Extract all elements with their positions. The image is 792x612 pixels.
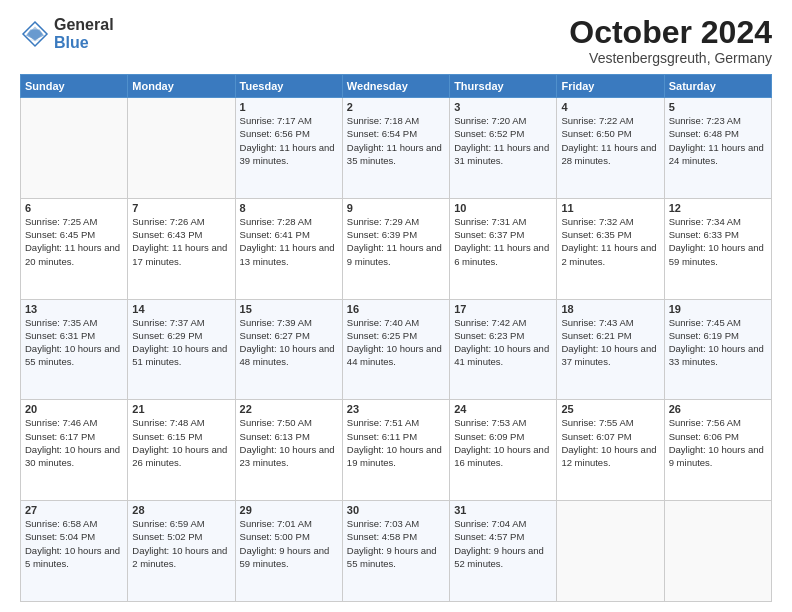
- week-row-4: 20Sunrise: 7:46 AMSunset: 6:17 PMDayligh…: [21, 400, 772, 501]
- calendar-cell: 1Sunrise: 7:17 AMSunset: 6:56 PMDaylight…: [235, 98, 342, 199]
- calendar-cell: 3Sunrise: 7:20 AMSunset: 6:52 PMDaylight…: [450, 98, 557, 199]
- calendar-cell: 26Sunrise: 7:56 AMSunset: 6:06 PMDayligh…: [664, 400, 771, 501]
- day-info: Sunrise: 7:46 AMSunset: 6:17 PMDaylight:…: [25, 416, 123, 469]
- day-number: 2: [347, 101, 445, 113]
- location: Vestenbergsgreuth, Germany: [569, 50, 772, 66]
- day-number: 15: [240, 303, 338, 315]
- day-number: 25: [561, 403, 659, 415]
- day-info: Sunrise: 7:31 AMSunset: 6:37 PMDaylight:…: [454, 215, 552, 268]
- calendar-cell: [128, 98, 235, 199]
- day-number: 30: [347, 504, 445, 516]
- calendar-cell: 19Sunrise: 7:45 AMSunset: 6:19 PMDayligh…: [664, 299, 771, 400]
- logo: General Blue: [20, 16, 114, 51]
- day-info: Sunrise: 7:22 AMSunset: 6:50 PMDaylight:…: [561, 114, 659, 167]
- day-number: 27: [25, 504, 123, 516]
- day-info: Sunrise: 7:01 AMSunset: 5:00 PMDaylight:…: [240, 517, 338, 570]
- week-row-1: 1Sunrise: 7:17 AMSunset: 6:56 PMDaylight…: [21, 98, 772, 199]
- day-header-thursday: Thursday: [450, 75, 557, 98]
- calendar-header-row: SundayMondayTuesdayWednesdayThursdayFrid…: [21, 75, 772, 98]
- day-number: 24: [454, 403, 552, 415]
- day-info: Sunrise: 7:20 AMSunset: 6:52 PMDaylight:…: [454, 114, 552, 167]
- title-section: October 2024 Vestenbergsgreuth, Germany: [569, 16, 772, 66]
- day-info: Sunrise: 7:28 AMSunset: 6:41 PMDaylight:…: [240, 215, 338, 268]
- day-number: 28: [132, 504, 230, 516]
- logo-general-text: General: [54, 16, 114, 34]
- day-header-wednesday: Wednesday: [342, 75, 449, 98]
- day-info: Sunrise: 7:42 AMSunset: 6:23 PMDaylight:…: [454, 316, 552, 369]
- day-info: Sunrise: 7:39 AMSunset: 6:27 PMDaylight:…: [240, 316, 338, 369]
- day-info: Sunrise: 7:26 AMSunset: 6:43 PMDaylight:…: [132, 215, 230, 268]
- day-number: 4: [561, 101, 659, 113]
- day-number: 29: [240, 504, 338, 516]
- day-number: 12: [669, 202, 767, 214]
- calendar-cell: 12Sunrise: 7:34 AMSunset: 6:33 PMDayligh…: [664, 198, 771, 299]
- day-header-tuesday: Tuesday: [235, 75, 342, 98]
- calendar-cell: 31Sunrise: 7:04 AMSunset: 4:57 PMDayligh…: [450, 501, 557, 602]
- calendar-cell: [21, 98, 128, 199]
- day-info: Sunrise: 7:40 AMSunset: 6:25 PMDaylight:…: [347, 316, 445, 369]
- calendar-cell: 2Sunrise: 7:18 AMSunset: 6:54 PMDaylight…: [342, 98, 449, 199]
- day-info: Sunrise: 7:17 AMSunset: 6:56 PMDaylight:…: [240, 114, 338, 167]
- day-number: 8: [240, 202, 338, 214]
- calendar-table: SundayMondayTuesdayWednesdayThursdayFrid…: [20, 74, 772, 602]
- day-number: 10: [454, 202, 552, 214]
- calendar-cell: 6Sunrise: 7:25 AMSunset: 6:45 PMDaylight…: [21, 198, 128, 299]
- day-info: Sunrise: 7:04 AMSunset: 4:57 PMDaylight:…: [454, 517, 552, 570]
- day-info: Sunrise: 7:53 AMSunset: 6:09 PMDaylight:…: [454, 416, 552, 469]
- day-number: 6: [25, 202, 123, 214]
- day-info: Sunrise: 7:48 AMSunset: 6:15 PMDaylight:…: [132, 416, 230, 469]
- day-number: 18: [561, 303, 659, 315]
- week-row-2: 6Sunrise: 7:25 AMSunset: 6:45 PMDaylight…: [21, 198, 772, 299]
- day-info: Sunrise: 7:35 AMSunset: 6:31 PMDaylight:…: [25, 316, 123, 369]
- day-number: 3: [454, 101, 552, 113]
- calendar-cell: 18Sunrise: 7:43 AMSunset: 6:21 PMDayligh…: [557, 299, 664, 400]
- calendar-cell: 27Sunrise: 6:58 AMSunset: 5:04 PMDayligh…: [21, 501, 128, 602]
- calendar-cell: 29Sunrise: 7:01 AMSunset: 5:00 PMDayligh…: [235, 501, 342, 602]
- day-info: Sunrise: 7:43 AMSunset: 6:21 PMDaylight:…: [561, 316, 659, 369]
- calendar-cell: 5Sunrise: 7:23 AMSunset: 6:48 PMDaylight…: [664, 98, 771, 199]
- day-number: 20: [25, 403, 123, 415]
- day-info: Sunrise: 7:23 AMSunset: 6:48 PMDaylight:…: [669, 114, 767, 167]
- week-row-3: 13Sunrise: 7:35 AMSunset: 6:31 PMDayligh…: [21, 299, 772, 400]
- calendar-cell: 9Sunrise: 7:29 AMSunset: 6:39 PMDaylight…: [342, 198, 449, 299]
- day-number: 13: [25, 303, 123, 315]
- calendar-cell: 21Sunrise: 7:48 AMSunset: 6:15 PMDayligh…: [128, 400, 235, 501]
- calendar-cell: [557, 501, 664, 602]
- day-number: 21: [132, 403, 230, 415]
- day-number: 5: [669, 101, 767, 113]
- day-number: 17: [454, 303, 552, 315]
- day-info: Sunrise: 7:25 AMSunset: 6:45 PMDaylight:…: [25, 215, 123, 268]
- calendar-cell: 11Sunrise: 7:32 AMSunset: 6:35 PMDayligh…: [557, 198, 664, 299]
- week-row-5: 27Sunrise: 6:58 AMSunset: 5:04 PMDayligh…: [21, 501, 772, 602]
- day-info: Sunrise: 7:50 AMSunset: 6:13 PMDaylight:…: [240, 416, 338, 469]
- header: General Blue October 2024 Vestenbergsgre…: [20, 16, 772, 66]
- page: General Blue October 2024 Vestenbergsgre…: [0, 0, 792, 612]
- calendar-cell: 14Sunrise: 7:37 AMSunset: 6:29 PMDayligh…: [128, 299, 235, 400]
- day-number: 19: [669, 303, 767, 315]
- logo-blue-text: Blue: [54, 34, 114, 52]
- calendar-cell: 10Sunrise: 7:31 AMSunset: 6:37 PMDayligh…: [450, 198, 557, 299]
- day-number: 31: [454, 504, 552, 516]
- calendar-cell: 30Sunrise: 7:03 AMSunset: 4:58 PMDayligh…: [342, 501, 449, 602]
- day-info: Sunrise: 7:34 AMSunset: 6:33 PMDaylight:…: [669, 215, 767, 268]
- day-header-monday: Monday: [128, 75, 235, 98]
- day-info: Sunrise: 7:03 AMSunset: 4:58 PMDaylight:…: [347, 517, 445, 570]
- calendar-cell: 25Sunrise: 7:55 AMSunset: 6:07 PMDayligh…: [557, 400, 664, 501]
- day-info: Sunrise: 6:58 AMSunset: 5:04 PMDaylight:…: [25, 517, 123, 570]
- calendar-cell: 24Sunrise: 7:53 AMSunset: 6:09 PMDayligh…: [450, 400, 557, 501]
- calendar-cell: 15Sunrise: 7:39 AMSunset: 6:27 PMDayligh…: [235, 299, 342, 400]
- day-number: 11: [561, 202, 659, 214]
- logo-text: General Blue: [54, 16, 114, 51]
- logo-icon: [20, 19, 50, 49]
- calendar-cell: 28Sunrise: 6:59 AMSunset: 5:02 PMDayligh…: [128, 501, 235, 602]
- calendar-cell: 8Sunrise: 7:28 AMSunset: 6:41 PMDaylight…: [235, 198, 342, 299]
- day-info: Sunrise: 7:18 AMSunset: 6:54 PMDaylight:…: [347, 114, 445, 167]
- day-number: 23: [347, 403, 445, 415]
- calendar-cell: 23Sunrise: 7:51 AMSunset: 6:11 PMDayligh…: [342, 400, 449, 501]
- day-info: Sunrise: 7:55 AMSunset: 6:07 PMDaylight:…: [561, 416, 659, 469]
- calendar-cell: 20Sunrise: 7:46 AMSunset: 6:17 PMDayligh…: [21, 400, 128, 501]
- day-number: 9: [347, 202, 445, 214]
- svg-marker-2: [26, 29, 44, 40]
- day-info: Sunrise: 7:56 AMSunset: 6:06 PMDaylight:…: [669, 416, 767, 469]
- calendar-cell: 22Sunrise: 7:50 AMSunset: 6:13 PMDayligh…: [235, 400, 342, 501]
